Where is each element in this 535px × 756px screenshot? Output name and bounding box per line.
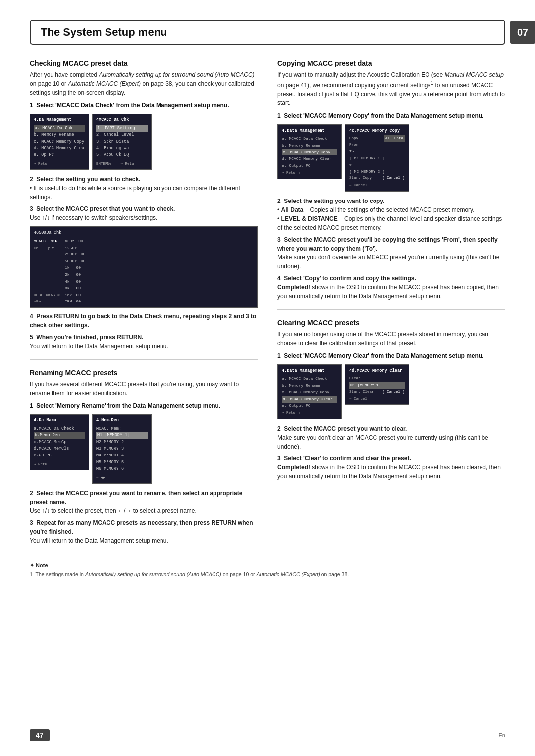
header-page-number: 07 [510, 21, 535, 44]
step-1-copy-heading: 1 Select 'MCACC Memory Copy' from the Da… [277, 112, 505, 119]
clear-right-return: ⇒ Cancel [349, 396, 405, 402]
step-2-rename: 2 Select the MCACC preset you want to re… [30, 489, 258, 515]
copy-right-to-1: [ M1 MEMORY 1 ] [349, 155, 405, 162]
copy-right-copy-row: CopyAll Data [349, 135, 405, 142]
eq-row-3: 500Hz00 [34, 258, 254, 265]
eq-row-9: ⇒FmTRM00 [34, 298, 254, 305]
checking-left-title: 4.Da Management [34, 117, 85, 124]
eq-row-2: 250Hz00 [34, 251, 254, 258]
clear-left-item-3: d. MCACC Memory Clear [282, 396, 337, 403]
section-intro-copying: If you want to manually adjust the Acous… [277, 70, 505, 107]
checking-left-return: ⇒ Retu [34, 161, 85, 167]
clear-left-return: ⇒ Return [282, 410, 337, 416]
note-icon: ✦ Note [30, 562, 505, 569]
section-title-renaming: Renaming MCACC presets [30, 369, 258, 377]
clear-left-item-4: e. Output PC [282, 403, 337, 409]
rename-right-title: 4.Mem.Ren [96, 417, 148, 424]
copy-right-return: ⇒ Cancel [349, 182, 405, 189]
section-copying-mcacc: Copying MCACC preset data If you want to… [277, 59, 505, 301]
step-3-rename: 3 Repeat for as many MCACC presets as ne… [30, 518, 258, 545]
step-1-check-heading: 1 Select 'MCACC Data Check' from the Dat… [30, 102, 258, 109]
header-bar: The System Setup menu 07 [30, 20, 505, 45]
copy-left-item-3: d. MCACC Memory Clear [282, 155, 337, 162]
clear-left-item-2: c. MCACC Memory Copy [282, 389, 337, 396]
step-5-check: 5 When you're finished, press RETURN. Yo… [30, 333, 258, 351]
copy-right-start-row: Start Copy[ Cancel ] [349, 175, 405, 181]
content-columns: Checking MCACC preset data After you hav… [30, 59, 505, 548]
rename-right-item-3: M4 MEMORY 4 [96, 453, 148, 459]
eq-row-5: 2k 00 [34, 271, 254, 278]
section-title-checking: Checking MCACC preset data [30, 59, 258, 67]
copy-right-title: 4c.MCACC Memory Copy [349, 127, 405, 134]
copy-screen-left: 4.Data Management a. MCACC Data Check b.… [277, 124, 342, 179]
checking-right-return: ENTERNe ⇒ Retu [96, 161, 148, 167]
copy-right-to-2: e [349, 161, 405, 168]
step-2-copy: 2 Select the setting you want to copy. •… [277, 197, 505, 232]
rename-screens: 4.Da Mana a.MCACC Da Check b.Memo Ren c.… [30, 414, 258, 484]
divider-2 [277, 309, 505, 310]
step-4-copy: 4 Select 'Copy' to confirm and copy the … [277, 274, 505, 301]
step-1-rename-heading: 1 Select 'Memory Rename' from the Data M… [30, 403, 258, 409]
copy-left-item-0: a. MCACC Data Check [282, 135, 337, 142]
clear-left-item-0: a. MCACC Data Check [282, 375, 337, 382]
clear-screen-right: 4d.MCACC Memory Clear Clear M1 [MEMORY 1… [345, 364, 409, 405]
section-intro-checking: After you have completed Automatically s… [30, 70, 258, 97]
step-3-check: 3 Select the MCACC preset that you want … [30, 204, 258, 222]
eq-row-0: MCACC M1►63Hz00 [34, 238, 254, 245]
checking-left-item-0: a. MCACC Da Chk [34, 125, 85, 132]
step-1-clear-heading: 1 Select 'MCACC Memory Clear' from the D… [277, 353, 505, 359]
checking-right-item-3: 4. Binding Wa [96, 145, 148, 152]
section-renaming-mcacc: Renaming MCACC presets If you have sever… [30, 369, 258, 545]
step-4-check: 4 Press RETURN to go back to the Data Ch… [30, 312, 258, 330]
rename-right-return: ⇒ ◄► [96, 475, 148, 481]
rename-right-item-2: M3 MEMORY 3 [96, 446, 148, 453]
copy-right-from-row: From [349, 142, 405, 148]
clear-right-start-row: Start Clear[ Cancel ] [349, 389, 405, 395]
rename-right-item-4: M5 MEMORY 5 [96, 459, 148, 466]
section-title-clearing: Clearing MCACC presets [277, 319, 505, 327]
rename-left-item-1: b.Memo Ren [34, 432, 85, 439]
copy-left-item-4: e. Output PC [282, 162, 337, 169]
bottom-language: En [499, 732, 505, 738]
copy-right-to-label: To [349, 148, 405, 155]
eq-row-6: 4k 00 [34, 278, 254, 285]
rename-screen-left: 4.Da Mana a.MCACC Da Check b.Memo Ren c.… [30, 414, 89, 470]
rename-left-return: ⇒ Retu [34, 461, 85, 467]
checking-left-item-2: c. MCACC Memory Copy [34, 139, 85, 146]
rename-right-item-0: M1 [MEMORY 1] [96, 432, 148, 439]
clear-right-title: 4d.MCACC Memory Clear [349, 367, 405, 374]
step-3-clear: 3 Select 'Clear' to confirm and clear th… [277, 454, 505, 481]
rename-left-item-3: d.MCACC MemCls [34, 446, 85, 453]
rename-left-item-4: e.Op PC [34, 453, 85, 459]
copy-left-title: 4.Data Management [282, 127, 337, 134]
left-column: Checking MCACC preset data After you hav… [30, 59, 258, 548]
checking-left-item-3: d. MCACC Memory Clea [34, 145, 85, 152]
checking-screens: 4.Da Management a. MCACC Da Chk b. Memor… [30, 114, 258, 170]
step-3-copy: 3 Select the MCACC preset you'll be copy… [277, 235, 505, 271]
bottom-bar: 47 En [30, 729, 505, 741]
eq-row-4: 1k 00 [34, 264, 254, 271]
clear-left-title: 4.Data Management [282, 367, 337, 374]
rename-screen-right: 4.Mem.Ren MCACC Mem: M1 [MEMORY 1] M2 ME… [92, 414, 152, 484]
section-clearing-mcacc: Clearing MCACC presets If you are no lon… [277, 319, 505, 481]
page-title: The System Setup menu [41, 26, 167, 39]
rename-left-item-2: c.MCACC MemCp [34, 439, 85, 446]
checking-right-item-1: 2. Cancel Level [96, 132, 148, 139]
copy-screen-right: 4c.MCACC Memory Copy CopyAll Data From T… [345, 124, 409, 192]
rename-right-item-1: M2 MEMORY 2 [96, 439, 148, 446]
copy-left-item-1: b. Memory Rename [282, 142, 337, 149]
divider-1 [30, 359, 258, 360]
copy-right-to-3: [ M2 MEMORY 2 ] [349, 168, 405, 175]
note-section: ✦ Note 1 The settings made in Automatica… [30, 558, 505, 579]
checking-right-item-2: 3. Spkr Dista [96, 139, 148, 146]
right-column: Copying MCACC preset data If you want to… [277, 59, 505, 548]
eq-screen: 4650aDa Chk MCACC M1►63Hz00 Ch pRj125Hz … [30, 226, 258, 308]
checking-right-item-0: 1. PART Setting [96, 125, 148, 132]
step-2-check: 2 Select the setting you want to check. … [30, 175, 258, 202]
checking-left-item-4: e. Op PC [34, 152, 85, 159]
rename-left-item-0: a.MCACC Da Check [34, 426, 85, 433]
eq-row-7: 8k 00 [34, 285, 254, 292]
note-text: 1 The settings made in Automatically set… [30, 571, 505, 579]
clear-screen-left: 4.Data Management a. MCACC Data Check b.… [277, 364, 342, 419]
rename-left-title: 4.Da Mana [34, 417, 85, 424]
